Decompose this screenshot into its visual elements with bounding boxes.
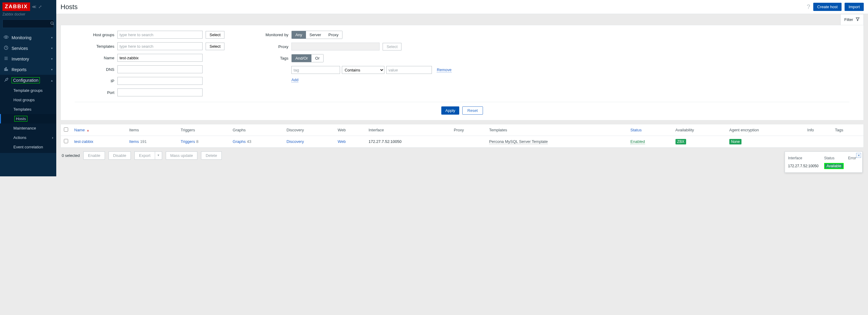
tags-andor[interactable]: And/Or — [292, 55, 311, 62]
nav-label: Configuration — [13, 78, 38, 83]
monitored-by-proxy[interactable]: Proxy — [325, 31, 342, 39]
zabbix-logo[interactable]: ZABBIX — [2, 2, 30, 11]
import-button[interactable]: Import — [845, 3, 864, 11]
host-name-link[interactable]: test-zabbix — [74, 139, 93, 144]
tag-operator-select[interactable]: Contains — [342, 66, 384, 74]
chevron-down-icon[interactable]: ▾ — [155, 151, 162, 160]
chevron-down-icon: ▾ — [51, 46, 53, 50]
status-link[interactable]: Enabled — [630, 139, 645, 144]
discovery-link[interactable]: Discovery — [286, 139, 304, 144]
encryption-badge: None — [729, 139, 742, 145]
bulk-disable-button[interactable]: Disable — [108, 151, 131, 160]
filter-apply-button[interactable]: Apply — [441, 106, 459, 115]
name-input[interactable] — [117, 54, 203, 62]
configuration-submenu: Template groups Host groups Templates Ho… — [0, 86, 56, 153]
sidebar-search-input[interactable] — [5, 22, 50, 26]
bulk-mass-update-button[interactable]: Mass update — [166, 151, 197, 160]
select-all-checkbox[interactable] — [64, 127, 68, 132]
tag-add-link[interactable]: Add — [291, 77, 298, 83]
page-title: Hosts — [61, 3, 78, 11]
col-templates: Templates — [486, 124, 627, 136]
bulk-export-button[interactable]: Export ▾ — [134, 151, 162, 160]
template-link[interactable]: Percona MySQL Server Template — [489, 139, 548, 144]
create-host-button[interactable]: Create host — [813, 3, 841, 11]
bulk-delete-button[interactable]: Delete — [201, 151, 222, 160]
chevron-up-icon: ▴ — [51, 79, 53, 82]
gauge-icon — [4, 45, 8, 51]
search-icon[interactable] — [50, 21, 55, 27]
sidebar-expand-icon[interactable]: ⤢ — [38, 4, 42, 9]
monitored-by-any[interactable]: Any — [292, 31, 306, 39]
col-web: Web — [335, 124, 365, 136]
tag-remove-link[interactable]: Remove — [437, 67, 451, 72]
templates-input[interactable] — [117, 42, 203, 50]
nav-label: Inventory — [11, 57, 29, 61]
subnav-maintenance[interactable]: Maintenance — [0, 123, 56, 133]
nav-label: Reports — [11, 67, 27, 72]
table-row: test-zabbix Items191 Triggers8 Graphs43 … — [61, 136, 863, 148]
row-checkbox[interactable] — [64, 139, 68, 143]
close-icon[interactable]: ✕ — [856, 153, 861, 158]
monitored-by-server[interactable]: Server — [306, 31, 325, 39]
subnav-event-correlation[interactable]: Event correlation — [0, 142, 56, 152]
help-icon[interactable]: ? — [807, 3, 810, 10]
sidebar-nav: Monitoring ▾ Services ▾ Inventory ▾ Repo… — [0, 29, 56, 153]
nav-services[interactable]: Services ▾ — [0, 43, 56, 54]
col-status[interactable]: Status — [627, 124, 673, 136]
subnav-template-groups[interactable]: Template groups — [0, 86, 56, 95]
popup-status-badge: Available — [824, 163, 844, 169]
subnav-actions[interactable]: Actions › — [0, 133, 56, 142]
bulk-action-bar: 0 selected Enable Disable Export ▾ Mass … — [61, 148, 864, 162]
filter-tab[interactable]: Filter — [840, 14, 864, 25]
nav-reports[interactable]: Reports ▾ — [0, 64, 56, 75]
tag-value-input[interactable] — [386, 66, 432, 74]
topbar: Hosts ? Create host Import — [56, 0, 868, 14]
items-count: 191 — [140, 139, 147, 144]
sidebar-subtitle: Zabbix docker — [2, 11, 54, 20]
label-monitored-by: Monitored by — [249, 33, 288, 37]
chevron-down-icon: ▾ — [51, 68, 53, 71]
chevron-down-icon: ▾ — [51, 57, 53, 61]
nav-inventory[interactable]: Inventory ▾ — [0, 54, 56, 64]
filter-reset-button[interactable]: Reset — [462, 106, 483, 115]
nav-label: Services — [11, 46, 28, 51]
popup-col-status: Status — [824, 155, 848, 163]
subnav-templates[interactable]: Templates — [0, 104, 56, 114]
label-host-groups: Host groups — [75, 33, 114, 37]
port-input[interactable] — [117, 89, 203, 96]
svg-rect-8 — [6, 67, 7, 71]
monitored-by-toggle: Any Server Proxy — [291, 31, 342, 39]
items-link[interactable]: Items — [129, 139, 139, 144]
sidebar-search[interactable] — [2, 20, 54, 28]
col-proxy: Proxy — [451, 124, 486, 136]
bulk-enable-button[interactable]: Enable — [83, 151, 104, 160]
col-name[interactable]: Name ▲ — [71, 124, 126, 136]
triggers-link[interactable]: Triggers — [181, 139, 195, 144]
host-groups-select-button[interactable]: Select — [206, 31, 224, 39]
ip-input[interactable] — [117, 77, 203, 85]
web-link[interactable]: Web — [338, 139, 346, 144]
triggers-count: 8 — [196, 139, 198, 144]
tags-cell — [832, 136, 863, 148]
subnav-hosts[interactable]: Hosts — [0, 114, 56, 123]
tags-or[interactable]: Or — [311, 55, 323, 62]
graphs-link[interactable]: Graphs — [232, 139, 246, 144]
collapse-sidebar-icon[interactable]: ≪ — [32, 4, 36, 9]
svg-point-0 — [51, 22, 53, 24]
nav-configuration[interactable]: Configuration ▴ — [0, 75, 56, 86]
templates-select-button[interactable]: Select — [206, 42, 224, 50]
host-groups-input[interactable] — [117, 31, 203, 39]
popup-col-interface: Interface — [788, 155, 824, 163]
col-graphs: Graphs — [229, 124, 283, 136]
col-encryption: Agent encryption — [726, 124, 804, 136]
popup-error — [848, 163, 859, 169]
nav-monitoring[interactable]: Monitoring ▾ — [0, 32, 56, 43]
chevron-down-icon: ▾ — [51, 36, 53, 39]
hosts-table-wrap: Name ▲ Items Triggers Graphs Discovery W… — [61, 124, 864, 148]
subnav-host-groups[interactable]: Host groups — [0, 95, 56, 104]
dns-input[interactable] — [117, 65, 203, 73]
tag-key-input[interactable] — [291, 66, 340, 74]
availability-badge[interactable]: ZBX — [676, 139, 686, 145]
tags-mode-toggle: And/Or Or — [291, 54, 323, 62]
sidebar: ZABBIX ≪ ⤢ Zabbix docker Monitoring ▾ Se… — [0, 0, 56, 176]
